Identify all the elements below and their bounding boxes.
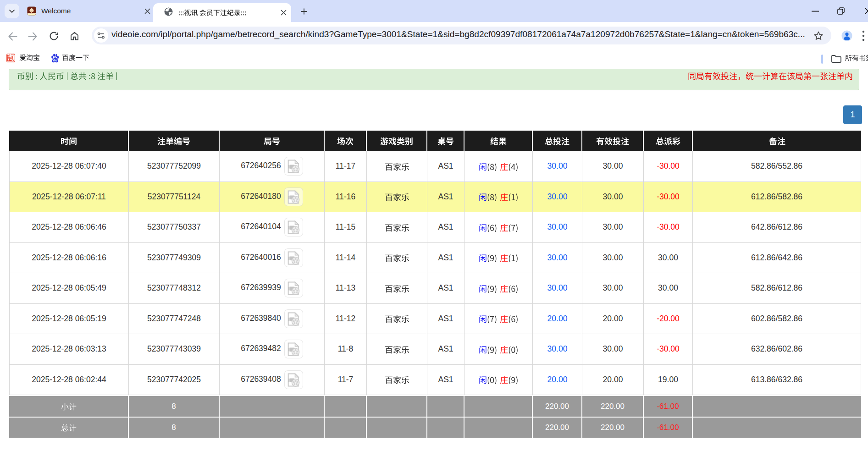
svg-text:●●●●: ●●●●: [30, 13, 33, 15]
svg-text:du: du: [53, 58, 58, 62]
